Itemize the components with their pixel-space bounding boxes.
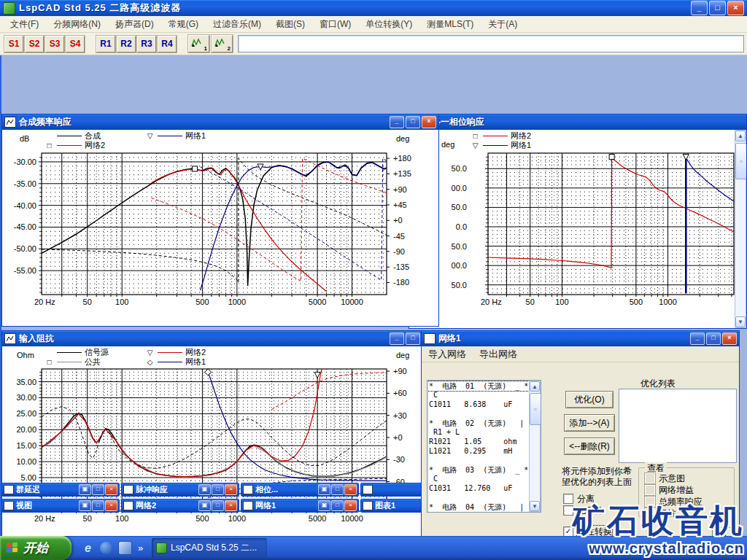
minimized-window-网络1[interactable]: 网络1▣□× [241, 499, 359, 513]
restore-icon[interactable]: ▣ [318, 484, 330, 495]
restore-icon[interactable]: ▣ [79, 484, 91, 495]
component-list-line[interactable]: C [427, 475, 529, 484]
phase-window-titlebar[interactable]: 网络一相位响应 [409, 114, 746, 130]
toolbar-button-S4[interactable]: S4 [66, 36, 85, 52]
component-list-line[interactable]: C1011 8.638 uF [427, 400, 529, 410]
freq-window-titlebar[interactable]: 合成频率响应 _ □ × [2, 114, 438, 130]
menu-item-8[interactable]: 测量MLS(T) [419, 16, 481, 33]
component-list-line[interactable]: * 电路 02 (无源) | * [427, 419, 529, 428]
network-menu-1[interactable]: 导出网络 [473, 346, 524, 362]
component-list-line[interactable] [427, 456, 529, 465]
quick-launch-chevron-icon[interactable]: » [138, 542, 143, 553]
close-icon[interactable]: × [344, 500, 357, 511]
restore-icon[interactable]: ▣ [198, 500, 211, 511]
component-list-line[interactable]: * 电路 03 (无源) _ * [427, 465, 529, 475]
toolbar-button-S1[interactable]: S1 [4, 36, 23, 52]
minimize-icon[interactable]: _ [390, 332, 404, 345]
minimize-icon[interactable]: _ [390, 116, 404, 128]
restore-icon[interactable]: ▣ [79, 500, 91, 511]
toolbar-button-R1[interactable]: R1 [96, 36, 115, 52]
maximize-icon[interactable]: □ [331, 500, 344, 511]
toolbar-button-R3[interactable]: R3 [137, 36, 156, 52]
maximize-icon[interactable]: □ [92, 484, 104, 495]
minimized-window-网络2[interactable]: 网络2▣□× [121, 499, 239, 513]
toolbar-button-R2[interactable]: R2 [117, 36, 136, 52]
minimized-window-脉冲响应[interactable]: 脉冲响应▣□× [121, 483, 239, 497]
close-icon[interactable]: × [722, 332, 737, 345]
scroll-up-icon[interactable]: ▲ [735, 131, 746, 141]
optimize-list[interactable] [619, 389, 737, 463]
close-icon[interactable]: × [105, 484, 117, 495]
taskbar-app-button[interactable]: LspCAD Std 5.25 二... [152, 538, 267, 558]
menu-item-1[interactable]: 分频网络(N) [46, 16, 108, 33]
component-list-line[interactable]: * 电路 01 (无源) _ * [427, 381, 529, 391]
network-menu-0[interactable]: 导入网络 [422, 346, 473, 362]
minimize-icon[interactable]: _ [690, 332, 705, 345]
checkbox-icon[interactable] [645, 473, 655, 483]
restore-icon[interactable]: ▣ [198, 484, 211, 495]
quick-launch-show-desktop-icon[interactable] [118, 541, 132, 555]
close-icon[interactable]: × [344, 484, 357, 495]
menu-item-7[interactable]: 单位转换(Y) [358, 16, 419, 33]
optimize-button[interactable]: 优化(O) [565, 391, 614, 408]
toolbar-network-icon-1[interactable]: 1 [188, 35, 209, 52]
component-list-line[interactable]: R1021 1.05 ohm [427, 438, 529, 447]
svg-text:100: 100 [115, 514, 128, 523]
network1-titlebar[interactable]: 网络1 _ □ × [422, 331, 739, 346]
remove-button[interactable]: <--删除(R) [564, 438, 615, 455]
maximize-icon[interactable]: □ [706, 332, 721, 345]
checkbox-icon[interactable] [563, 494, 573, 504]
close-icon[interactable]: × [105, 500, 117, 511]
maximize-icon[interactable]: □ [406, 116, 420, 128]
toolbar-button-S3[interactable]: S3 [45, 36, 64, 52]
component-list-scrollbar[interactable]: ▲ ≡ ▼ [529, 381, 541, 512]
minimized-window-相位...[interactable]: 相位...▣□× [241, 483, 359, 497]
checkbox-row[interactable]: 网络增益 [645, 484, 703, 496]
restore-icon[interactable]: ▣ [318, 500, 330, 511]
maximize-icon[interactable]: □ [212, 500, 224, 511]
close-icon[interactable]: × [225, 484, 237, 495]
quick-launch-messenger-icon[interactable] [100, 542, 112, 554]
component-list-line[interactable]: R1 + L [427, 428, 529, 438]
toolbar-button-R4[interactable]: R4 [158, 36, 177, 52]
scroll-down-icon[interactable]: ▼ [530, 501, 540, 511]
menu-item-5[interactable]: 截图(S) [268, 16, 312, 33]
close-icon[interactable]: × [225, 500, 237, 511]
menu-item-9[interactable]: 关于(A) [481, 16, 525, 33]
maximize-icon[interactable]: □ [709, 1, 726, 15]
maximize-icon[interactable]: □ [331, 484, 344, 495]
impedance-window-titlebar[interactable]: 输入阻抗 _ □ × [2, 331, 438, 346]
start-button[interactable]: 开始 [0, 536, 71, 560]
menu-item-0[interactable]: 文件(F) [3, 16, 46, 33]
minimized-window-视图[interactable]: 视图▣□× [1, 499, 120, 513]
maximize-icon[interactable]: □ [212, 484, 224, 495]
menu-item-3[interactable]: 常规(G) [161, 16, 206, 33]
scroll-down-icon[interactable]: ▼ [735, 316, 746, 327]
maximize-icon[interactable]: □ [406, 332, 420, 345]
component-list-line[interactable]: * 电路 04 (无源) | * [427, 502, 529, 512]
component-list-line[interactable]: L1021 0.295 mH [427, 447, 529, 456]
component-list-line[interactable] [427, 494, 529, 503]
toolbar-network-icon-2[interactable]: 2 [212, 35, 233, 52]
checkbox-icon[interactable]: ✓ [563, 526, 573, 536]
menu-item-4[interactable]: 过滤音乐(M) [206, 16, 268, 33]
phase-vertical-scrollbar[interactable]: ▲ ≡ ▼ [735, 130, 746, 328]
component-list[interactable]: * 电路 01 (无源) _ * CC1011 8.638 uF * 电路 02… [427, 380, 541, 513]
checkbox-icon[interactable] [563, 505, 573, 516]
checkbox-icon[interactable] [645, 485, 655, 495]
minimized-window-群延迟[interactable]: 群延迟▣□× [1, 483, 120, 497]
add-button[interactable]: 添加-->(A) [564, 414, 615, 432]
menu-item-2[interactable]: 扬声器(D) [108, 16, 161, 33]
component-list-line[interactable] [427, 409, 529, 419]
toolbar-button-S2[interactable]: S2 [25, 36, 44, 52]
close-icon[interactable]: × [727, 1, 744, 15]
minimize-icon[interactable]: _ [691, 1, 708, 15]
menu-item-6[interactable]: 窗口(W) [312, 16, 358, 33]
quick-launch-ie-icon[interactable]: e [82, 542, 94, 554]
close-icon[interactable]: × [422, 116, 436, 128]
component-list-line[interactable]: C [427, 391, 529, 400]
component-list-line[interactable]: C1031 12.760 uF [427, 484, 529, 494]
maximize-icon[interactable]: □ [92, 500, 104, 511]
checkbox-row[interactable]: 示意图 [645, 472, 703, 484]
scroll-up-icon[interactable]: ▲ [530, 381, 540, 392]
